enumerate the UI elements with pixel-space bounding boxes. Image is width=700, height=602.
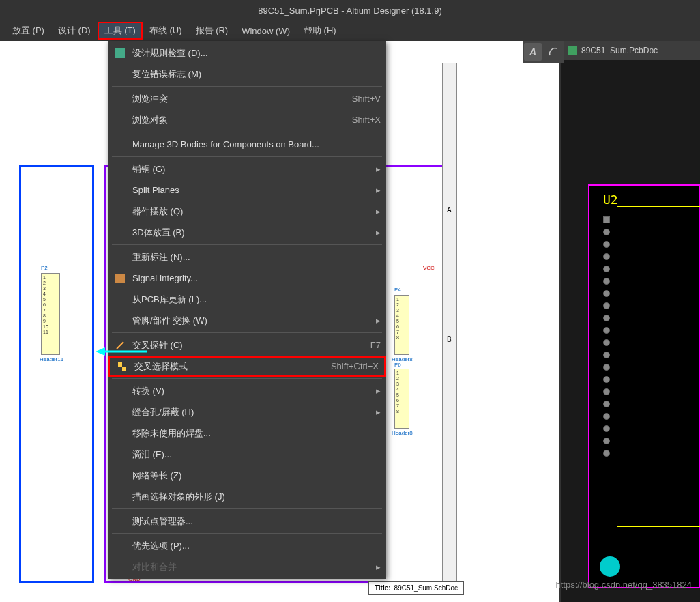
menu-item-convert[interactable]: 转换 (V)▸	[108, 380, 386, 401]
watermark: https://blog.csdn.net/qq_38351824	[556, 579, 692, 590]
menu-item-split-planes[interactable]: Split Planes▸	[108, 180, 386, 201]
menu-item-drc[interactable]: 设计规则检查 (D)...	[108, 42, 386, 63]
drc-icon	[113, 46, 127, 60]
sch-selection-blue	[19, 165, 94, 583]
menu-item-reset-errors[interactable]: 复位错误标志 (M)	[108, 63, 386, 85]
menu-item-remove-unused-pads[interactable]: 移除未使用的焊盘...	[108, 422, 386, 444]
footprint-label-3: Header8	[392, 430, 413, 436]
menu-item-via-shielding[interactable]: 缝合孔/屏蔽 (H)▸	[108, 401, 386, 422]
net-label-vcc: VCC	[423, 265, 435, 271]
pcbdoc-icon	[568, 46, 577, 55]
pcb-fiducial	[600, 556, 620, 577]
designator-p4: P4	[394, 287, 401, 293]
footprint-label: Header11	[40, 356, 63, 362]
menu-item-preferences[interactable]: 优先选项 (P)...	[108, 535, 386, 556]
menu-help[interactable]: 帮助 (H)	[297, 22, 343, 40]
menu-report[interactable]: 报告 (R)	[189, 22, 235, 40]
chevron-right-icon: ▸	[376, 407, 381, 417]
toolbar-text-icon[interactable]: A	[524, 43, 542, 61]
menu-item-compare-merge: 对比和合并▸	[108, 556, 386, 577]
designator-u2: U2	[603, 192, 618, 207]
menu-tools[interactable]: 工具 (T)	[98, 22, 143, 40]
menu-item-browse-violations[interactable]: 浏览冲突Shift+V	[108, 88, 386, 109]
chevron-right-icon: ▸	[376, 185, 381, 195]
sch-toolbar: A	[523, 41, 564, 63]
chevron-right-icon: ▸	[376, 206, 381, 216]
svg-rect-3	[115, 274, 125, 283]
component-header8-a[interactable]: 12345678	[394, 295, 409, 355]
svg-rect-2	[115, 48, 125, 58]
menu-item-update-from-lib[interactable]: 从PCB库更新 (L)...	[108, 289, 386, 310]
menu-item-equalize-nets[interactable]: 网络等长 (Z)	[108, 465, 386, 486]
sheet-ruler-right: A B	[442, 63, 457, 582]
menu-window[interactable]: Window (W)	[235, 23, 297, 39]
menu-route[interactable]: 布线 (U)	[143, 22, 189, 40]
menu-item-reannotate[interactable]: 重新标注 (N)...	[108, 246, 386, 268]
toolbar-arc-icon[interactable]	[544, 43, 562, 61]
menu-item-pin-swap[interactable]: 管脚/部件 交换 (W)▸	[108, 310, 386, 331]
menu-item-polygon[interactable]: 铺铜 (G)▸	[108, 158, 386, 180]
designator-p6: P6	[394, 362, 401, 368]
menu-place[interactable]: 放置 (P)	[5, 22, 51, 40]
menubar: 放置 (P) 设计 (D) 工具 (T) 布线 (U) 报告 (R) Windo…	[0, 20, 700, 41]
svg-rect-4	[118, 362, 122, 367]
tools-menu-dropdown: 设计规则检查 (D)... 复位错误标志 (M) 浏览冲突Shift+V 浏览对…	[108, 41, 386, 579]
chevron-right-icon: ▸	[376, 562, 381, 572]
pcb-editor[interactable]: 89C51_Sum.PcbDoc U2	[559, 41, 700, 602]
menu-item-teardrops[interactable]: 滴泪 (E)...	[108, 444, 386, 465]
tab-pcbdoc[interactable]: 89C51_Sum.PcbDoc	[561, 41, 700, 60]
menu-item-cross-select[interactable]: 交叉选择模式Shift+Ctrl+X	[108, 356, 386, 377]
menu-design[interactable]: 设计 (D)	[51, 22, 98, 40]
titleblock: Title: 89C51_Sum.SchDoc	[368, 581, 464, 595]
chevron-right-icon: ▸	[376, 227, 381, 238]
chevron-right-icon: ▸	[376, 315, 381, 326]
designator-p2: P2	[41, 265, 48, 271]
cross-select-icon	[115, 360, 129, 373]
menu-item-testpoint-manager[interactable]: 测试点管理器...	[108, 511, 386, 532]
component-header11[interactable]: 1234567891011	[41, 273, 60, 355]
chevron-right-icon: ▸	[376, 164, 381, 174]
chevron-right-icon: ▸	[376, 386, 381, 396]
pcb-board-outline: U2	[588, 184, 700, 588]
annotation-arrow	[96, 345, 150, 358]
menu-item-outline-objects[interactable]: 描画选择对象的外形 (J)	[108, 486, 386, 507]
component-pads	[603, 216, 610, 457]
menu-item-placement[interactable]: 器件摆放 (Q)▸	[108, 201, 386, 222]
window-title: 89C51_Sum.PrjPCB - Altium Designer (18.1…	[0, 0, 700, 20]
component-header8-b[interactable]: 12345678	[394, 369, 409, 429]
menu-item-3d-body-place[interactable]: 3D体放置 (B)▸	[108, 222, 386, 243]
svg-rect-5	[122, 367, 126, 371]
svg-marker-7	[96, 347, 105, 356]
tab-label: 89C51_Sum.PcbDoc	[581, 46, 658, 55]
signal-integrity-icon	[113, 272, 127, 285]
component-outline	[617, 206, 700, 527]
menu-item-browse-objects[interactable]: 浏览对象Shift+X	[108, 109, 386, 130]
svg-rect-1	[568, 46, 577, 55]
menu-item-signal-integrity[interactable]: Signal Integrity...	[108, 268, 386, 289]
menu-item-3d-bodies[interactable]: Manage 3D Bodies for Components on Board…	[108, 134, 386, 155]
